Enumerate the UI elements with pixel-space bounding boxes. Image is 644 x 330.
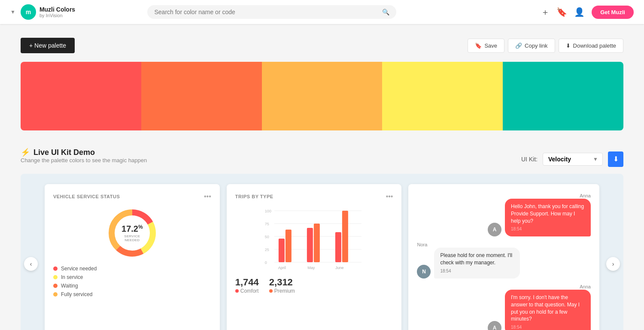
- search-icon: 🔍: [382, 9, 389, 15]
- chat-time-1: 18:54: [511, 226, 585, 232]
- user-icon[interactable]: 👤: [574, 7, 585, 17]
- vehicle-card-header: VEHICLE SERVICE STATUS •••: [53, 193, 211, 200]
- dropdown-arrow-icon[interactable]: ▼: [10, 9, 15, 15]
- chat-bubble-wrap-3: I'm sorry. I don't have the answer to th…: [417, 290, 591, 330]
- svg-rect-15: [279, 239, 285, 262]
- legend-dot: [53, 275, 58, 279]
- svg-rect-18: [314, 224, 320, 262]
- app-header: ▼ m Muzli Colors by InVision 🔍 ＋ 🔖 👤 Get…: [0, 0, 644, 24]
- uikit-select-wrap[interactable]: VelocityMaterialBootstrap ▼: [543, 153, 603, 166]
- app-title-block: Muzli Colors by InVision: [39, 6, 75, 18]
- chat-sender-nora: Nora: [417, 242, 591, 248]
- header-right: ＋ 🔖 👤 Get Muzli: [541, 6, 634, 19]
- chat-message-2: Nora N Please hold for one moment. I'll …: [417, 242, 591, 279]
- prev-nav-button[interactable]: ‹: [24, 257, 38, 271]
- copy-link-button[interactable]: 🔗 Copy link: [508, 39, 555, 53]
- comfort-dot: [235, 289, 239, 293]
- chat-bubble-nora: Please hold for one moment. I'll check w…: [434, 248, 520, 279]
- uikit-subtitle: Change the palette colors to see the mag…: [21, 157, 147, 163]
- chat-bubble-anna-2: I'm sorry. I don't have the answer to th…: [505, 290, 591, 330]
- chat-messages: Anna Hello John, thank you for calling P…: [417, 193, 591, 330]
- svg-text:June: June: [335, 266, 344, 270]
- trips-card-menu[interactable]: •••: [386, 193, 393, 200]
- vehicle-legend: Service neededIn serviceWaitingFully ser…: [53, 266, 211, 297]
- legend-dot: [53, 292, 58, 297]
- donut-container: 17.2% SERVICENEEDED: [53, 207, 211, 259]
- vehicle-service-card: VEHICLE SERVICE STATUS •••: [45, 184, 220, 330]
- app-logo: m: [21, 4, 36, 20]
- lightning-icon: ⚡: [21, 148, 30, 157]
- premium-value: 2,312: [269, 277, 295, 288]
- svg-rect-20: [342, 211, 348, 262]
- chat-bubble-wrap-2: N Please hold for one moment. I'll check…: [417, 248, 591, 279]
- search-bar[interactable]: 🔍: [147, 5, 396, 19]
- svg-text:100: 100: [265, 209, 271, 213]
- svg-text:0: 0: [265, 260, 267, 265]
- bookmark-save-icon: 🔖: [475, 42, 482, 49]
- donut-chart: 17.2% SERVICENEEDED: [106, 207, 158, 259]
- uikit-header: ⚡ Live UI Kit Demo Change the palette co…: [21, 148, 623, 170]
- bookmark-icon[interactable]: 🔖: [556, 7, 567, 17]
- color-swatch-red[interactable]: [21, 62, 141, 130]
- avatar-nora: N: [417, 265, 431, 279]
- svg-text:50: 50: [265, 235, 269, 239]
- trips-card-title: TRIPS BY TYPE: [235, 194, 273, 199]
- uikit-kit-label: UI Kit:: [521, 156, 538, 163]
- link-icon: 🔗: [515, 42, 522, 49]
- donut-sublabel: SERVICENEEDED: [122, 234, 143, 242]
- uikit-title: Live UI Kit Demo: [33, 148, 95, 157]
- new-palette-button[interactable]: + New palette: [21, 38, 75, 53]
- svg-rect-16: [286, 230, 292, 262]
- save-button[interactable]: 🔖 Save: [468, 39, 504, 53]
- uikit-controls: UI Kit: VelocityMaterialBootstrap ▼ ⬇: [521, 151, 623, 167]
- trips-card: TRIPS BY TYPE ••• 100 75 50 25 0: [227, 184, 402, 330]
- svg-text:May: May: [307, 266, 315, 270]
- app-name: Muzli Colors: [39, 6, 75, 13]
- premium-label: Premium: [269, 288, 295, 294]
- svg-text:75: 75: [265, 222, 269, 226]
- toolbar-actions: 🔖 Save 🔗 Copy link ⬇ Download palette: [468, 39, 623, 53]
- chat-bubble-anna-1: Hello John, thank you for calling Provid…: [505, 199, 591, 236]
- uikit-select[interactable]: VelocityMaterialBootstrap: [548, 156, 586, 163]
- demo-cards: VEHICLE SERVICE STATUS •••: [45, 184, 599, 330]
- donut-percentage: 17.2%: [122, 224, 143, 234]
- vehicle-card-menu[interactable]: •••: [204, 193, 211, 200]
- color-swatch-teal[interactable]: [503, 62, 623, 130]
- demo-area: ‹ › VEHICLE SERVICE STATUS •••: [21, 174, 623, 330]
- chat-time-3: 18:54: [511, 324, 585, 330]
- comfort-value: 1,744: [235, 277, 259, 288]
- color-swatch-orange-yellow[interactable]: [262, 62, 383, 130]
- chart-stats: 1,744 Comfort 2,312 Premium: [235, 277, 393, 294]
- download-icon: ⬇: [566, 42, 571, 49]
- avatar-anna-2: A: [488, 321, 501, 330]
- header-left: ▼ m Muzli Colors by InVision: [10, 4, 75, 20]
- svg-rect-19: [335, 232, 341, 262]
- premium-stat: 2,312 Premium: [269, 277, 295, 294]
- next-nav-button[interactable]: ›: [606, 257, 620, 271]
- uikit-section: ⚡ Live UI Kit Demo Change the palette co…: [21, 148, 623, 330]
- download-palette-button[interactable]: ⬇ Download palette: [559, 39, 623, 53]
- chat-time-2: 18:54: [440, 268, 514, 274]
- trips-card-header: TRIPS BY TYPE •••: [235, 193, 393, 200]
- comfort-stat: 1,744 Comfort: [235, 277, 259, 294]
- legend-dot: [53, 284, 58, 288]
- color-swatch-orange-red[interactable]: [141, 62, 262, 130]
- donut-center-label: 17.2% SERVICENEEDED: [122, 224, 143, 242]
- uikit-download-button[interactable]: ⬇: [608, 151, 623, 167]
- get-muzli-button[interactable]: Get Muzli: [592, 6, 634, 19]
- trips-bar-chart: 100 75 50 25 0: [235, 207, 393, 272]
- chat-sender-anna-2: Anna: [417, 284, 591, 290]
- premium-dot: [269, 289, 273, 293]
- chat-card: Anna Hello John, thank you for calling P…: [408, 184, 599, 330]
- palette-swatches: [21, 62, 623, 130]
- svg-text:April: April: [278, 266, 286, 270]
- uikit-title-row: ⚡ Live UI Kit Demo: [21, 148, 147, 157]
- search-input[interactable]: [154, 9, 379, 15]
- legend-item: Service needed: [53, 266, 211, 272]
- comfort-label: Comfort: [235, 288, 259, 294]
- add-icon[interactable]: ＋: [541, 6, 550, 18]
- chat-message-1: Anna Hello John, thank you for calling P…: [417, 193, 591, 236]
- avatar-anna-1: A: [488, 223, 501, 236]
- vehicle-card-title: VEHICLE SERVICE STATUS: [53, 194, 120, 199]
- color-swatch-yellow[interactable]: [382, 62, 503, 130]
